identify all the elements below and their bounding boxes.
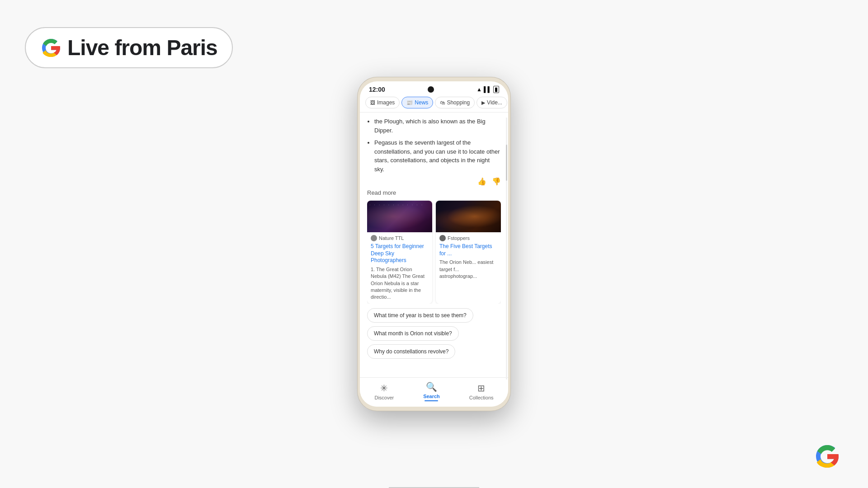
source-name-2: Fstoppers <box>448 235 470 241</box>
thumbs-up-button[interactable]: 👍 <box>477 177 486 186</box>
nav-collections-label: Collections <box>469 395 494 400</box>
bottom-navigation: ✳ Discover 🔍 Search ⊞ Collections <box>360 377 508 407</box>
tab-images[interactable]: 🖼 Images <box>365 97 400 108</box>
discover-icon: ✳ <box>380 383 388 394</box>
read-more-link[interactable]: Read more <box>367 189 501 196</box>
suggestion-chip-2[interactable]: What month is Orion not visible? <box>367 326 459 341</box>
status-time: 12:00 <box>369 86 385 93</box>
badge-text: Live from Paris <box>67 35 217 60</box>
google-icon <box>814 443 841 470</box>
constellation-text: the Plough, which is also known as the B… <box>367 117 501 174</box>
search-icon: 🔍 <box>426 381 437 392</box>
source-name-1: Nature TTL <box>379 235 404 241</box>
content-area: the Plough, which is also known as the B… <box>360 113 508 377</box>
status-bar: 12:00 ▲ ▌▌ ▮ <box>360 81 508 95</box>
camera-notch <box>428 86 434 93</box>
collections-icon: ⊞ <box>477 383 485 394</box>
card-title-2[interactable]: The Five Best Targets for ... <box>439 243 497 257</box>
source-icon-2 <box>439 235 446 241</box>
card-image-2 <box>436 201 501 232</box>
source-icon-1 <box>371 235 377 241</box>
nav-discover-label: Discover <box>374 395 394 400</box>
feedback-buttons: 👍 👎 <box>367 177 501 186</box>
nav-active-indicator <box>425 400 438 401</box>
tab-shopping[interactable]: 🛍 Shopping <box>435 97 475 108</box>
bullet-1: the Plough, which is also known as the B… <box>374 117 501 135</box>
badge-box: Live from Paris <box>25 27 233 68</box>
google-logo-icon <box>40 37 62 59</box>
images-icon: 🖼 <box>370 100 375 105</box>
status-icons: ▲ ▌▌ ▮ <box>476 86 499 93</box>
google-logo <box>814 443 841 470</box>
search-tabs: 🖼 Images 📰 News 🛍 Shopping ▶ Vide... <box>360 95 508 113</box>
nav-search[interactable]: 🔍 Search <box>423 381 440 401</box>
live-from-paris-badge: Live from Paris <box>25 27 233 68</box>
shopping-icon: 🛍 <box>440 100 445 105</box>
battery-icon: ▮ <box>493 86 499 93</box>
bullet-2: Pegasus is the seventh largest of the co… <box>374 138 501 174</box>
nav-collections[interactable]: ⊞ Collections <box>469 383 494 400</box>
wifi-icon: ▲ <box>476 86 482 93</box>
article-card-1[interactable]: Nature TTL 5 Targets for Beginner Deep S… <box>367 201 432 304</box>
card-snippet-1: 1. The Great Orion Nebula (M42) The Grea… <box>371 266 429 301</box>
tab-news[interactable]: 📰 News <box>401 97 433 108</box>
video-icon: ▶ <box>481 100 485 106</box>
source-row-1: Nature TTL <box>371 235 429 241</box>
scrollbar-thumb[interactable] <box>506 145 507 181</box>
tab-videos[interactable]: ▶ Vide... <box>476 97 507 108</box>
card-snippet-2: The Orion Neb... easiest target f... ast… <box>439 259 497 280</box>
phone-screen: 12:00 ▲ ▌▌ ▮ 🖼 Images 📰 News 🛍 Shopping <box>360 81 508 407</box>
signal-icon: ▌▌ <box>484 86 491 93</box>
suggestion-chip-1[interactable]: What time of year is best to see them? <box>367 308 473 323</box>
card-image-1 <box>367 201 432 232</box>
nav-search-label: Search <box>423 394 440 399</box>
article-cards: Nature TTL 5 Targets for Beginner Deep S… <box>367 201 501 304</box>
nav-discover[interactable]: ✳ Discover <box>374 383 394 400</box>
news-icon: 📰 <box>406 100 413 106</box>
thumbs-down-button[interactable]: 👎 <box>492 177 501 186</box>
suggestion-chips: What time of year is best to see them? W… <box>367 308 501 359</box>
card-title-1[interactable]: 5 Targets for Beginner Deep Sky Photogra… <box>371 243 429 264</box>
suggestion-chip-3[interactable]: Why do constellations revolve? <box>367 344 455 359</box>
phone-frame: 12:00 ▲ ▌▌ ▮ 🖼 Images 📰 News 🛍 Shopping <box>357 77 511 411</box>
scrollbar[interactable] <box>506 117 507 380</box>
article-card-2[interactable]: Fstoppers The Five Best Targets for ... … <box>436 201 501 304</box>
source-row-2: Fstoppers <box>439 235 497 241</box>
